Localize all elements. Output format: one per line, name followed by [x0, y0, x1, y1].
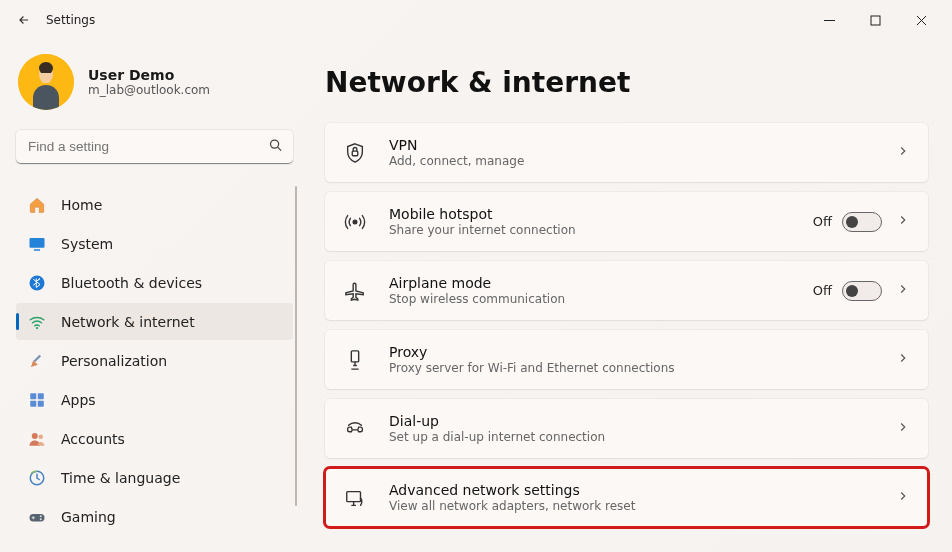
card-subtitle: Set up a dial-up internet connection: [389, 430, 605, 444]
nav-list: HomeSystemBluetooth & devicesNetwork & i…: [16, 186, 293, 535]
hotspot-toggle[interactable]: Off: [813, 212, 882, 232]
sidebar-item-label: Bluetooth & devices: [61, 275, 202, 291]
setting-card-airplane[interactable]: Airplane mode Stop wireless communicatio…: [325, 261, 928, 320]
card-subtitle: Stop wireless communication: [389, 292, 565, 306]
card-subtitle: Proxy server for Wi-Fi and Ethernet conn…: [389, 361, 675, 375]
apps-icon: [28, 391, 46, 409]
chevron-right-icon: [896, 350, 910, 369]
svg-point-5: [30, 275, 45, 290]
content-area: Network & internet VPN Add, connect, man…: [305, 40, 952, 552]
svg-rect-10: [30, 400, 36, 406]
svg-point-17: [40, 518, 42, 520]
setting-card-hotspot[interactable]: Mobile hotspot Share your internet conne…: [325, 192, 928, 251]
window-minimize[interactable]: [806, 4, 852, 36]
profile-block[interactable]: User Demo m_lab@outlook.com: [16, 54, 293, 110]
window-close[interactable]: [898, 4, 944, 36]
sidebar-item-network[interactable]: Network & internet: [16, 303, 293, 340]
network-icon: [28, 313, 46, 331]
sidebar-item-gaming[interactable]: Gaming: [16, 498, 293, 535]
svg-point-6: [36, 326, 38, 328]
sidebar-item-label: Home: [61, 197, 102, 213]
svg-rect-18: [352, 151, 358, 156]
toggle-label: Off: [813, 214, 832, 229]
airplane-toggle[interactable]: Off: [813, 281, 882, 301]
sidebar-item-bluetooth[interactable]: Bluetooth & devices: [16, 264, 293, 301]
switch-icon: [842, 212, 882, 232]
setting-card-vpn[interactable]: VPN Add, connect, manage: [325, 123, 928, 182]
back-button[interactable]: [8, 4, 40, 36]
chevron-right-icon: [896, 488, 910, 507]
hotspot-icon: [343, 210, 367, 234]
sidebar-item-label: Apps: [61, 392, 96, 408]
svg-rect-11: [38, 400, 44, 406]
window-title: Settings: [46, 13, 95, 27]
svg-rect-20: [351, 350, 358, 361]
sidebar-item-system[interactable]: System: [16, 225, 293, 262]
svg-rect-9: [38, 393, 44, 399]
svg-rect-8: [30, 393, 36, 399]
card-title: Airplane mode: [389, 275, 565, 291]
svg-point-19: [353, 220, 357, 224]
system-icon: [28, 235, 46, 253]
svg-rect-0: [871, 16, 880, 25]
search-icon: [268, 138, 283, 157]
sidebar-item-personalization[interactable]: Personalization: [16, 342, 293, 379]
svg-point-16: [40, 515, 42, 517]
page-title: Network & internet: [325, 66, 928, 99]
card-title: Mobile hotspot: [389, 206, 576, 222]
sidebar-item-time[interactable]: Time & language: [16, 459, 293, 496]
proxy-icon: [343, 348, 367, 372]
sidebar-item-label: Network & internet: [61, 314, 195, 330]
sidebar-item-label: System: [61, 236, 113, 252]
home-icon: [28, 196, 46, 214]
svg-rect-21: [347, 491, 361, 501]
sidebar-item-apps[interactable]: Apps: [16, 381, 293, 418]
svg-rect-4: [34, 249, 40, 251]
svg-rect-3: [30, 238, 45, 248]
scrollbar[interactable]: [295, 186, 297, 506]
vpn-icon: [343, 141, 367, 165]
search-box: [16, 130, 293, 164]
svg-point-2: [271, 140, 279, 148]
avatar: [18, 54, 74, 110]
card-title: Proxy: [389, 344, 675, 360]
sidebar-item-label: Gaming: [61, 509, 116, 525]
profile-name: User Demo: [88, 67, 210, 83]
svg-rect-7: [34, 354, 41, 361]
bluetooth-icon: [28, 274, 46, 292]
accounts-icon: [28, 430, 46, 448]
profile-email: m_lab@outlook.com: [88, 83, 210, 97]
dialup-icon: [343, 417, 367, 441]
chevron-right-icon: [896, 419, 910, 438]
card-subtitle: View all network adapters, network reset: [389, 499, 635, 513]
search-input[interactable]: [16, 130, 293, 164]
sidebar-item-label: Time & language: [61, 470, 180, 486]
sidebar-item-accounts[interactable]: Accounts: [16, 420, 293, 457]
setting-card-dialup[interactable]: Dial-up Set up a dial-up internet connec…: [325, 399, 928, 458]
window-maximize[interactable]: [852, 4, 898, 36]
titlebar: Settings: [0, 0, 952, 40]
chevron-right-icon: [896, 281, 910, 300]
card-title: Dial-up: [389, 413, 605, 429]
sidebar-item-label: Accounts: [61, 431, 125, 447]
svg-point-12: [32, 433, 38, 439]
personalization-icon: [28, 352, 46, 370]
toggle-label: Off: [813, 283, 832, 298]
card-subtitle: Add, connect, manage: [389, 154, 524, 168]
card-title: VPN: [389, 137, 524, 153]
svg-point-13: [39, 434, 44, 439]
chevron-right-icon: [896, 212, 910, 231]
gaming-icon: [28, 508, 46, 526]
airplane-icon: [343, 279, 367, 303]
time-icon: [28, 469, 46, 487]
card-subtitle: Share your internet connection: [389, 223, 576, 237]
advanced-icon: [343, 486, 367, 510]
sidebar-item-home[interactable]: Home: [16, 186, 293, 223]
setting-card-proxy[interactable]: Proxy Proxy server for Wi-Fi and Etherne…: [325, 330, 928, 389]
switch-icon: [842, 281, 882, 301]
chevron-right-icon: [896, 143, 910, 162]
sidebar-item-label: Personalization: [61, 353, 167, 369]
setting-card-advanced[interactable]: Advanced network settings View all netwo…: [325, 468, 928, 527]
sidebar: User Demo m_lab@outlook.com HomeSystemBl…: [0, 40, 305, 552]
card-title: Advanced network settings: [389, 482, 635, 498]
